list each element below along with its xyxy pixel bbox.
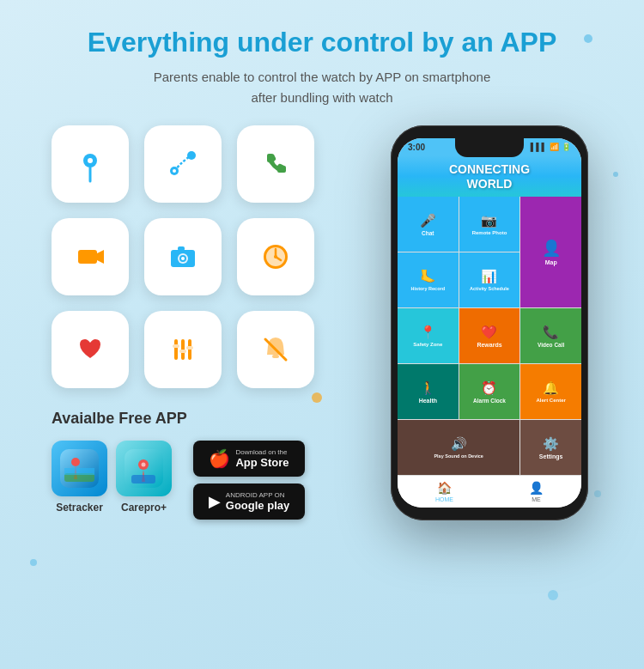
activity-label: Activity Schedule [470, 286, 509, 291]
nav-home[interactable]: 🏠 HOME [435, 481, 453, 502]
nav-me-label: ME [532, 496, 541, 502]
setracker-app: Setracker [52, 441, 107, 514]
google-play-icon: ▶ [209, 492, 221, 511]
play-sound-icon: 🔊 [451, 436, 467, 452]
nav-home-label: HOME [435, 496, 453, 502]
health-icon: 🚶 [420, 380, 436, 396]
main-container: Everything under control by an APP Paren… [0, 0, 644, 538]
header-section: Everything under control by an APP Paren… [34, 26, 610, 108]
phone-icon-card [237, 125, 314, 203]
video-icon-card [52, 218, 129, 295]
chat-icon: 🎤 [420, 213, 436, 228]
nav-me[interactable]: 👤 ME [529, 481, 544, 502]
play-sound-tile[interactable]: 🔊 Play Sound on Device [398, 420, 519, 475]
chat-label: Chat [422, 230, 434, 236]
apple-icon: 🍎 [209, 448, 230, 469]
svg-rect-3 [162, 143, 204, 185]
map-route-icon-card [144, 125, 222, 203]
phone-mockup: 3:00 ▌▌▌ 📶 🔋 CONNECTING WORLD [391, 125, 588, 520]
settings-icon: ⚙️ [543, 436, 559, 452]
carepro-label: Carepro+ [121, 502, 167, 514]
health-tile[interactable]: 🚶 Health [398, 364, 459, 419]
setracker-logo [52, 441, 107, 496]
safety-zone-icon: 📍 [420, 325, 436, 340]
svg-point-2 [88, 158, 93, 163]
camera-icon-card [144, 218, 222, 295]
history-icon: 🦶 [420, 269, 436, 284]
content-area: Avaialbe Free APP [34, 125, 610, 520]
wifi-icon: 📶 [550, 143, 559, 151]
svg-point-6 [173, 169, 176, 173]
page-subtitle: Parents enable to control the watch by A… [34, 67, 610, 108]
svg-rect-24 [174, 339, 178, 360]
phone-screen: 3:00 ▌▌▌ 📶 🔋 CONNECTING WORLD [398, 138, 581, 508]
app-logos: Setracker [52, 441, 172, 514]
settings-tile[interactable]: ⚙️ Settings [520, 420, 581, 475]
status-icons: ▌▌▌ 📶 🔋 [531, 143, 571, 151]
svg-rect-29 [186, 346, 193, 350]
svg-rect-39 [131, 475, 155, 484]
rewards-icon: ❤️ [481, 325, 497, 340]
decorative-dot-2 [30, 559, 37, 566]
remote-photo-tile[interactable]: 📷 Remote Photo [459, 197, 520, 252]
filter-icon-card [144, 311, 222, 388]
appstore-small-text: Download on the [235, 449, 287, 456]
map-label: Map [545, 259, 557, 265]
svg-rect-27 [173, 344, 179, 348]
alarm-clock-icon: ⏰ [481, 380, 497, 396]
me-icon: 👤 [529, 481, 544, 495]
googleplay-large-text: Google play [226, 499, 289, 513]
bell-icon-card [237, 311, 314, 388]
battery-icon: 🔋 [562, 143, 571, 151]
signal-icon: ▌▌▌ [531, 143, 547, 151]
svg-rect-15 [178, 246, 185, 251]
svg-rect-36 [64, 468, 94, 475]
googleplay-text: ANDROID APP ON Google play [226, 492, 289, 513]
home-icon: 🏠 [437, 481, 452, 495]
alert-center-icon: 🔔 [543, 380, 559, 396]
settings-label: Settings [539, 453, 563, 459]
map-tile-icon: 👤 [542, 239, 561, 258]
play-sound-label: Play Sound on Device [434, 453, 483, 459]
activity-schedule-tile[interactable]: 📊 Activity Schedule [459, 252, 520, 307]
phone-notch [455, 138, 524, 157]
phone-time: 3:00 [408, 143, 425, 152]
page-title: Everything under control by an APP [34, 26, 610, 58]
svg-point-21 [274, 255, 277, 258]
remote-photo-label: Remote Photo [472, 230, 507, 235]
app-downloads: Setracker [52, 441, 361, 520]
phone-app-grid: 🎤 Chat 📷 Remote Photo 👤 Map [398, 197, 581, 475]
remote-photo-icon: 📷 [481, 213, 497, 228]
health-label: Health [419, 398, 437, 404]
video-call-label: Video Call [538, 342, 564, 348]
rewards-tile[interactable]: ❤️ Rewards [459, 308, 520, 363]
map-tile[interactable]: 👤 Map [520, 197, 581, 307]
carepro-app: Carepro+ [116, 441, 172, 514]
chat-tile[interactable]: 🎤 Chat [398, 197, 459, 252]
store-buttons: 🍎 Download on the App Store ▶ ANDROID AP… [193, 441, 305, 520]
safety-zone-tile[interactable]: 📍 Safety Zone [398, 308, 459, 363]
googleplay-small-text: ANDROID APP ON [226, 492, 285, 499]
video-call-tile[interactable]: 📞 Video Call [520, 308, 581, 363]
video-call-icon: 📞 [543, 325, 559, 340]
setracker-label: Setracker [56, 502, 103, 514]
location-icon-card [52, 125, 129, 203]
svg-rect-31 [272, 355, 279, 358]
available-section: Avaialbe Free APP [34, 410, 361, 520]
svg-point-34 [71, 458, 80, 466]
history-record-tile[interactable]: 🦶 History Record [398, 252, 459, 307]
appstore-large-text: App Store [235, 456, 289, 470]
appstore-button[interactable]: 🍎 Download on the App Store [193, 441, 305, 477]
heart-icon-card [52, 311, 129, 388]
svg-point-40 [142, 463, 146, 467]
alert-center-tile[interactable]: 🔔 Alert Center [520, 364, 581, 419]
alarm-clock-label: Alarm Clock [473, 398, 506, 404]
feature-icons-grid [34, 125, 361, 388]
appstore-text: Download on the App Store [235, 449, 289, 470]
alarm-clock-tile[interactable]: ⏰ Alarm Clock [459, 364, 520, 419]
activity-icon: 📊 [481, 269, 497, 284]
googleplay-button[interactable]: ▶ ANDROID APP ON Google play [193, 484, 305, 520]
rewards-label: Rewards [477, 342, 501, 348]
decorative-dot-3 [548, 590, 558, 600]
svg-point-14 [181, 257, 185, 260]
